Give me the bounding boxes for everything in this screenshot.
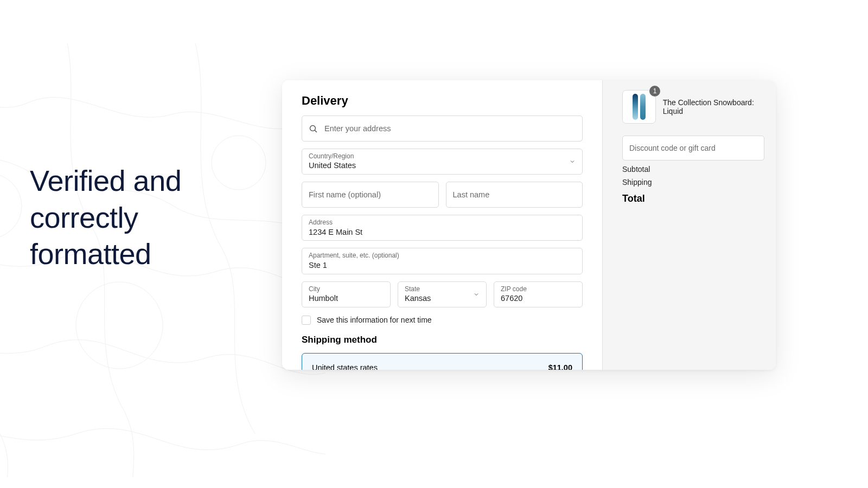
snowboard-icon	[633, 94, 638, 120]
first-name-input[interactable]: First name (optional)	[302, 182, 439, 208]
discount-code-input[interactable]: Discount code or gift card	[622, 136, 764, 160]
save-info-label: Save this information for next time	[317, 316, 432, 324]
order-summary-column: 1 The Collection Snowboard: Liquid Disco…	[602, 80, 776, 370]
apartment-value: Ste 1	[309, 260, 576, 271]
address-value: 1234 E Main St	[309, 227, 576, 237]
shipping-option-label: United states rates	[312, 363, 378, 370]
total-label: Total	[622, 193, 645, 204]
search-icon	[309, 124, 318, 133]
quantity-badge: 1	[649, 86, 660, 97]
svg-point-1	[76, 282, 163, 369]
zip-input[interactable]: ZIP code 67620	[494, 281, 583, 307]
country-value: United States	[309, 160, 576, 171]
first-name-placeholder: First name (optional)	[309, 190, 381, 199]
subtotal-label: Subtotal	[622, 165, 650, 174]
state-select[interactable]: State Kansas	[398, 281, 487, 307]
shipping-method-heading: Shipping method	[302, 335, 583, 345]
country-select[interactable]: Country/Region United States	[302, 149, 583, 175]
svg-point-3	[310, 125, 315, 131]
total-row: Total	[622, 193, 776, 204]
zip-value: 67620	[501, 293, 576, 304]
address-input[interactable]: Address 1234 E Main St	[302, 215, 583, 241]
address-search-input[interactable]: Enter your address	[302, 115, 583, 142]
city-value: Humbolt	[309, 293, 384, 304]
shipping-label: Shipping	[622, 178, 652, 187]
shipping-option[interactable]: United states rates $11.00	[302, 353, 583, 370]
city-input[interactable]: City Humbolt	[302, 281, 391, 307]
shipping-row: Shipping	[622, 178, 776, 187]
apartment-input[interactable]: Apartment, suite, etc. (optional) Ste 1	[302, 248, 583, 274]
zip-label: ZIP code	[501, 285, 576, 293]
city-label: City	[309, 285, 384, 293]
cart-item: 1 The Collection Snowboard: Liquid	[622, 90, 776, 124]
delivery-heading: Delivery	[302, 94, 583, 108]
cart-item-name: The Collection Snowboard: Liquid	[663, 98, 776, 115]
chevron-down-icon	[569, 158, 576, 165]
subtotal-row: Subtotal	[622, 165, 776, 174]
checkout-card: Delivery Enter your address Country/Regi…	[282, 80, 776, 370]
delivery-column: Delivery Enter your address Country/Regi…	[282, 80, 602, 370]
address-label: Address	[309, 219, 576, 226]
apartment-label: Apartment, suite, etc. (optional)	[309, 252, 576, 259]
save-info-checkbox-row: Save this information for next time	[302, 316, 583, 325]
save-info-checkbox[interactable]	[302, 316, 311, 325]
address-search-placeholder: Enter your address	[324, 124, 391, 133]
svg-line-4	[315, 130, 317, 132]
state-label: State	[405, 285, 480, 293]
last-name-placeholder: Last name	[453, 190, 490, 199]
last-name-input[interactable]: Last name	[446, 182, 583, 208]
snowboard-icon	[640, 94, 646, 120]
shipping-option-price: $11.00	[548, 363, 572, 370]
chevron-down-icon	[473, 291, 480, 298]
svg-point-0	[0, 174, 22, 239]
country-label: Country/Region	[309, 152, 576, 160]
discount-placeholder: Discount code or gift card	[629, 144, 716, 152]
state-value: Kansas	[405, 293, 480, 304]
marketing-headline: Verified and correctly formatted	[30, 163, 258, 273]
